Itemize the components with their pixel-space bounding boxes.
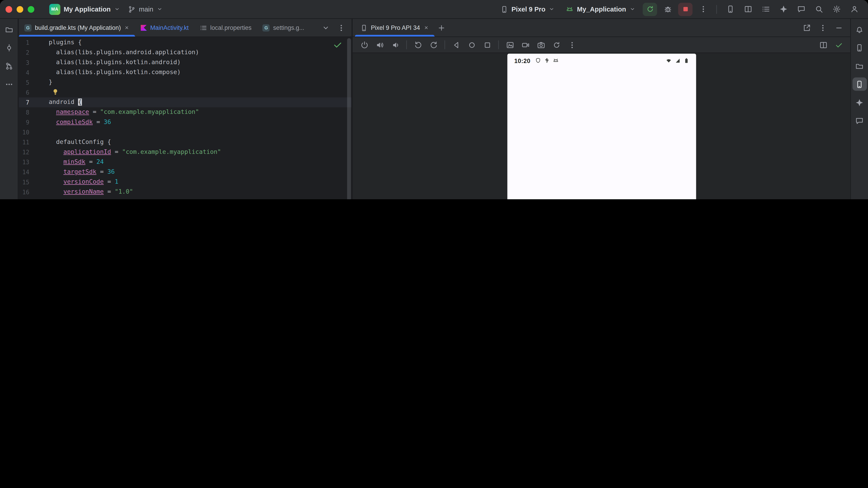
line-number[interactable]: 7 <box>19 97 49 107</box>
line-number[interactable]: 13 <box>19 157 49 167</box>
code-line[interactable]: 13 minSdk = 24 <box>19 157 351 167</box>
open-in-window-icon[interactable] <box>799 21 814 34</box>
extended-controls-icon[interactable] <box>565 38 579 52</box>
editor-tab-3[interactable]: local.properties <box>194 19 257 36</box>
code-line[interactable]: 11 defaultConfig { <box>19 137 351 147</box>
vcs-widget[interactable]: main <box>124 4 166 15</box>
code-line[interactable]: 7android { <box>19 97 351 107</box>
add-device-tab-button[interactable] <box>434 21 449 34</box>
power-icon[interactable] <box>357 38 372 52</box>
editor-scrollbar[interactable] <box>347 38 351 199</box>
project-tool-icon[interactable] <box>2 23 16 36</box>
device-status-left <box>534 57 559 64</box>
rerun-button[interactable] <box>643 2 657 16</box>
line-number[interactable]: 5 <box>19 77 49 88</box>
line-number[interactable]: 11 <box>19 137 49 147</box>
gradle-icon: G <box>263 24 270 31</box>
zoom-window-button[interactable] <box>28 6 34 12</box>
code-line[interactable]: 5} <box>19 77 351 88</box>
restart-icon[interactable] <box>549 38 563 52</box>
editor-tab-1[interactable]: Gbuild.gradle.kts (My Application) <box>19 19 135 36</box>
line-number[interactable]: 3 <box>19 58 49 68</box>
snapshots-icon[interactable] <box>534 38 548 52</box>
line-number[interactable]: 12 <box>19 147 49 157</box>
line-number[interactable]: 9 <box>19 117 49 127</box>
overview-icon[interactable] <box>480 38 494 52</box>
code-line[interactable]: 1plugins { <box>19 38 351 48</box>
record-screen-icon[interactable] <box>518 38 532 52</box>
app-quality-insights-icon[interactable] <box>852 114 867 127</box>
volume-up-icon[interactable] <box>373 38 387 52</box>
back-icon[interactable] <box>449 38 463 52</box>
display-mode-icon[interactable] <box>816 38 831 52</box>
project-widget[interactable]: MA My Application <box>45 2 124 17</box>
emulator-screen[interactable]: 10:20 Hello Android! <box>507 54 696 199</box>
close-window-button[interactable] <box>5 6 12 12</box>
rotate-right-icon[interactable] <box>426 38 441 52</box>
home-icon[interactable] <box>465 38 479 52</box>
running-devices-icon[interactable] <box>852 77 867 91</box>
code-line[interactable]: 4 alias(libs.plugins.kotlin.compose) <box>19 68 351 77</box>
profile-icon[interactable] <box>847 2 862 16</box>
line-number[interactable]: 16 <box>19 187 49 197</box>
ai-chat-icon[interactable] <box>794 2 808 16</box>
code-line[interactable]: 15 versionCode = 1 <box>19 177 351 187</box>
line-number[interactable]: 2 <box>19 48 49 58</box>
code-line[interactable]: 3 alias(libs.plugins.kotlin.android) <box>19 58 351 68</box>
layout-inspector-icon[interactable] <box>741 2 755 16</box>
line-number[interactable]: 14 <box>19 167 49 177</box>
line-number[interactable]: 8 <box>19 107 49 117</box>
settings-icon[interactable] <box>829 2 844 16</box>
code-line[interactable]: 9 compileSdk = 36 <box>19 117 351 127</box>
commit-tool-icon[interactable] <box>2 41 16 54</box>
intention-bulb-icon[interactable] <box>52 89 59 95</box>
tab-options-icon[interactable] <box>334 21 348 34</box>
line-number[interactable]: 15 <box>19 177 49 187</box>
hidden-tabs-icon[interactable] <box>318 21 333 34</box>
line-number[interactable]: 17 <box>19 197 49 199</box>
code-line[interactable]: 16 versionName = "1.0" <box>19 187 351 197</box>
stop-button[interactable] <box>678 2 692 16</box>
inspections-status-icon[interactable] <box>333 40 343 50</box>
code-editor[interactable]: 1plugins {2 alias(libs.plugins.android.a… <box>19 37 351 199</box>
device-selector[interactable]: Pixel 9 Pro <box>497 4 559 15</box>
code-line[interactable]: 12 applicationId = "com.example.myapplic… <box>19 147 351 157</box>
code-line[interactable]: 8 namespace = "com.example.myapplication… <box>19 107 351 117</box>
line-number[interactable]: 6 <box>19 88 49 97</box>
structure-icon[interactable] <box>758 2 773 16</box>
close-icon[interactable] <box>423 25 429 30</box>
editor-tab-4[interactable]: Gsettings.g... <box>257 19 310 36</box>
line-number[interactable]: 1 <box>19 38 49 48</box>
more-run-actions-icon[interactable] <box>696 2 710 16</box>
line-number[interactable]: 4 <box>19 68 49 77</box>
search-everywhere-icon[interactable] <box>811 2 826 16</box>
code-line[interactable]: 17 <box>19 197 351 199</box>
more-tool-windows-icon[interactable] <box>2 77 16 91</box>
tab-label: settings.g... <box>273 24 304 31</box>
debug-button[interactable] <box>660 2 675 16</box>
hide-panel-icon[interactable] <box>831 21 846 34</box>
device-manager-icon[interactable] <box>723 2 737 16</box>
editor-tab-2[interactable]: MainActivity.kt <box>135 19 194 36</box>
screenshot-icon[interactable] <box>503 38 517 52</box>
device-tab[interactable]: Pixel 9 Pro API 34 <box>355 19 434 36</box>
notifications-icon[interactable] <box>852 23 867 36</box>
pull-requests-tool-icon[interactable] <box>2 59 16 72</box>
device-explorer-icon[interactable] <box>852 59 867 72</box>
line-number[interactable]: 10 <box>19 127 49 137</box>
code-line[interactable]: 14 targetSdk = 36 <box>19 167 351 177</box>
code-line[interactable]: 2 alias(libs.plugins.android.application… <box>19 48 351 58</box>
run-configuration-selector[interactable]: My_Application <box>562 4 639 15</box>
rotate-left-icon[interactable] <box>411 38 425 52</box>
close-icon[interactable] <box>124 25 129 30</box>
panel-options-icon[interactable] <box>815 21 830 34</box>
gemini-icon[interactable] <box>776 2 790 16</box>
volume-down-icon[interactable] <box>388 38 403 52</box>
device-manager-icon[interactable] <box>852 41 867 54</box>
device-toolbar-left <box>357 38 579 52</box>
code-text: versionName = "1.0" <box>49 187 352 197</box>
gemini-icon[interactable] <box>852 96 867 109</box>
code-line[interactable]: 10 <box>19 127 351 137</box>
minimize-window-button[interactable] <box>17 6 23 12</box>
code-line[interactable]: 6 <box>19 88 351 97</box>
